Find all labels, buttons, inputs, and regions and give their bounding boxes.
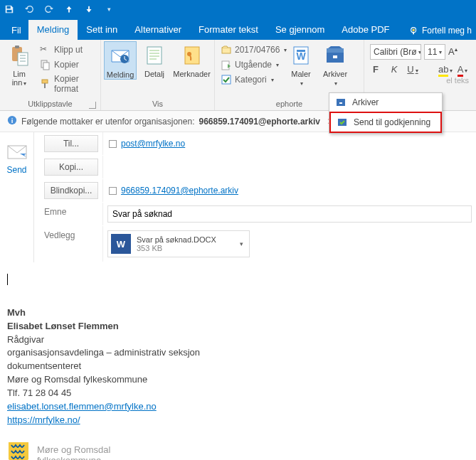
svg-point-4: [412, 28, 415, 31]
sig-org: Møre og Romsdal fylkeskommune: [7, 373, 469, 387]
svg-text:i: i: [11, 117, 14, 124]
subject-label: Emne: [34, 203, 102, 225]
svg-rect-6: [15, 46, 19, 48]
archive-menu-send-approval[interactable]: Send til godkjenning: [329, 112, 442, 133]
sig-name: Elisabet Lønset Flemmen: [7, 321, 119, 331]
tab-format-text[interactable]: Formater tekst: [190, 20, 267, 40]
font-name-select[interactable]: Calibri (Brø▾: [370, 44, 421, 60]
sig-unit: dokumentsenteret: [7, 360, 469, 373]
category-label: Kategori: [235, 75, 267, 85]
svg-text:W: W: [117, 239, 126, 250]
svg-rect-13: [147, 47, 162, 64]
grow-font-icon[interactable]: A▴: [448, 46, 458, 57]
message-body[interactable]: Mvh Elisabet Lønset Flemmen Rådgivar org…: [0, 262, 476, 460]
tab-options[interactable]: Alternativer: [126, 20, 190, 40]
down-arrow-icon[interactable]: [84, 4, 94, 14]
font-size-value: 11: [428, 47, 437, 57]
view-notes-label: Merknader: [173, 70, 211, 78]
sig-url-link[interactable]: https://mrfylke.no/: [7, 414, 80, 425]
to-recipient[interactable]: post@mrfylke.no: [121, 139, 185, 149]
customize-qat-icon[interactable]: ▾: [104, 4, 114, 14]
tell-me-search[interactable]: Fortell meg h: [405, 21, 476, 40]
svg-rect-11: [44, 83, 46, 88]
format-painter-button[interactable]: Kopier format: [37, 73, 97, 95]
case-number-label: 2017/04766: [235, 45, 280, 55]
sig-title: Rådgivar: [7, 333, 469, 347]
tell-me-label: Fortell meg h: [422, 26, 472, 36]
view-detail-label: Detalj: [144, 70, 164, 78]
undo-icon[interactable]: [24, 4, 34, 14]
word-file-icon: W: [111, 234, 131, 254]
send-button[interactable]: Send: [6, 145, 26, 175]
italic-button[interactable]: K: [388, 64, 400, 75]
svg-rect-1: [7, 10, 12, 13]
vis-group-label: Vis: [104, 98, 211, 110]
archive-label: Arkiver: [323, 70, 347, 78]
save-icon[interactable]: [4, 4, 14, 14]
to-field[interactable]: post@mrfylke.no: [102, 132, 476, 155]
bcc-recipient[interactable]: 966859.174091@ephorte.arkiv: [121, 186, 238, 196]
svg-rect-0: [7, 6, 11, 9]
outgoing-label: Utgående: [235, 60, 272, 70]
send-label: Send: [6, 165, 26, 175]
view-notes-button[interactable]: Merknader: [172, 41, 211, 78]
bcc-field[interactable]: 966859.174091@ephorte.arkiv: [102, 179, 476, 202]
sig-regards: Mvh: [7, 307, 26, 318]
sig-dept: organisasjonsavdelinga – administrativ s…: [7, 346, 469, 360]
external-recipient-warning-text: Følgende mottaker er utenfor organisasjo…: [21, 117, 194, 127]
font-color-button[interactable]: A▾: [457, 64, 468, 75]
view-message-button[interactable]: Melding: [104, 41, 137, 80]
tab-file[interactable]: Fil: [4, 21, 28, 40]
bcc-button[interactable]: Blindkopi...: [44, 182, 98, 199]
archive-button[interactable]: Arkiver▾: [319, 41, 351, 87]
svg-rect-14: [185, 47, 199, 64]
copy-button[interactable]: Kopier: [37, 58, 97, 72]
underline-button[interactable]: U▾: [407, 64, 418, 75]
cut-label: Klipp ut: [54, 45, 83, 55]
cc-field[interactable]: [102, 156, 476, 178]
bold-button[interactable]: F: [370, 64, 381, 75]
up-arrow-icon[interactable]: [64, 4, 74, 14]
outgoing-button[interactable]: Utgående▾: [218, 58, 283, 72]
tab-message[interactable]: Melding: [28, 20, 78, 40]
tab-insert[interactable]: Sett inn: [78, 20, 126, 40]
copy-label: Kopier: [54, 60, 79, 70]
svg-rect-3: [413, 32, 414, 35]
highlight-button[interactable]: ab▾: [438, 64, 450, 75]
format-painter-label: Kopier format: [54, 74, 95, 94]
sig-phone: Tlf. 71 28 04 45: [7, 387, 469, 400]
clipboard-dialog-launcher[interactable]: [89, 102, 96, 109]
archive-menu-arkiver-label: Arkiver: [352, 97, 379, 107]
attachment-chip[interactable]: W Svar på søknad.DOCX 353 KB ▾: [107, 230, 250, 257]
paste-button[interactable]: Lim inn▾: [3, 41, 36, 87]
to-recipient-checkbox[interactable]: [109, 140, 117, 148]
svg-rect-18: [222, 75, 231, 84]
cut-button[interactable]: ✂ Klipp ut: [37, 43, 97, 57]
case-number-button[interactable]: 2017/04766▾: [218, 43, 283, 57]
bcc-recipient-checkbox[interactable]: [109, 187, 117, 195]
archive-menu-arkiver[interactable]: Arkiver: [329, 93, 442, 112]
font-size-select[interactable]: 11▾: [424, 44, 445, 60]
attachment-name: Svar på søknad.DOCX: [137, 235, 216, 244]
category-button[interactable]: Kategori▾: [218, 73, 283, 87]
svg-rect-16: [222, 48, 231, 53]
view-detail-button[interactable]: Detalj: [138, 41, 171, 78]
redo-icon[interactable]: [44, 4, 54, 14]
templates-label: Maler: [291, 70, 311, 78]
templates-button[interactable]: W Maler▾: [285, 41, 317, 87]
attachment-label: Vedlegg: [34, 226, 102, 262]
cc-button[interactable]: Kopi...: [44, 159, 98, 176]
tab-review[interactable]: Se gjennom: [267, 20, 333, 40]
sig-email-link[interactable]: elisabet.lonset.flemmen@mrfylke.no: [7, 401, 157, 412]
svg-rect-24: [339, 102, 342, 104]
view-message-label: Melding: [107, 70, 134, 79]
tab-adobe-pdf[interactable]: Adobe PDF: [333, 20, 398, 40]
text-cursor: [7, 274, 8, 285]
brand-logo-text: Møre og Romsdal fylkeskommune: [37, 444, 110, 460]
svg-rect-22: [333, 55, 337, 58]
to-button[interactable]: Til...: [44, 135, 98, 152]
info-icon: i: [7, 115, 17, 127]
brand-logo-icon: [7, 441, 30, 460]
subject-input[interactable]: [107, 205, 472, 223]
attachment-menu-icon[interactable]: ▾: [240, 240, 243, 247]
